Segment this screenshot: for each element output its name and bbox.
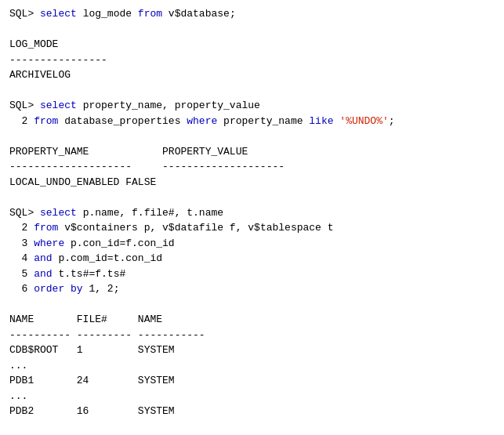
col-header-3: NAME FILE# NAME xyxy=(9,312,495,328)
divider-1: ---------------- xyxy=(9,53,495,68)
sql-prompt-3: SQL> xyxy=(9,207,40,219)
col-header-1: LOG_MODE xyxy=(9,37,495,53)
divider-2: -------------------- -------------------… xyxy=(9,159,495,175)
row-pdb2: PDB2 16 SYSTEM xyxy=(9,404,495,419)
sql-prompt-2: SQL> xyxy=(9,100,40,111)
row-pdb1: PDB1 24 SYSTEM xyxy=(9,373,495,389)
sql-line-1: SQL> select log_mode from v$database; xyxy=(9,6,495,22)
value-undo: LOCAL_UNDO_ENABLED FALSE xyxy=(9,175,495,190)
sql-line-3d: 4 and p.com_id=t.con_id xyxy=(9,251,495,266)
sql-line-3f: 6 order by 1, 2; xyxy=(9,281,495,297)
sql-keyword: from xyxy=(138,8,162,20)
row-ellipsis-2: ... xyxy=(9,389,495,404)
sql-keyword: select xyxy=(40,8,77,20)
sql-prompt: SQL> xyxy=(9,8,40,20)
sql-line-2b: 2 from database_properties where propert… xyxy=(9,114,495,129)
divider-3: ---------- --------- ----------- xyxy=(9,328,495,343)
sql-line-3: SQL> select p.name, f.file#, t.name xyxy=(9,205,495,221)
sql-line-3b: 2 from v$containers p, v$datafile f, v$t… xyxy=(9,220,495,236)
row-cdbroot: CDB$ROOT 1 SYSTEM xyxy=(9,343,495,358)
value-archivelog: ARCHIVELOG xyxy=(9,67,495,83)
sql-line-2: SQL> select property_name, property_valu… xyxy=(9,98,495,114)
row-ellipsis-1: ... xyxy=(9,358,495,374)
terminal-output: SQL> select log_mode from v$database; LO… xyxy=(9,6,495,419)
col-header-2: PROPERTY_NAME PROPERTY_VALUE xyxy=(9,144,495,160)
sql-line-3e: 5 and t.ts#=f.ts# xyxy=(9,266,495,282)
sql-line-3c: 3 where p.con_id=f.con_id xyxy=(9,236,495,252)
